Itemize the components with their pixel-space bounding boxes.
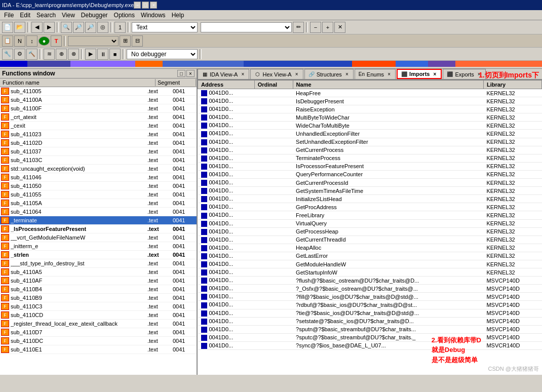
table-row[interactable]: 0041D0...SetUnhandledExceptionFilterKERN…	[198, 138, 542, 146]
table-row[interactable]: 0041D0...?fill@?$basic_ios@DU?$char_trai…	[198, 293, 542, 301]
close-window-button[interactable]: ×	[150, 2, 157, 9]
table-row[interactable]: 0041D0...?setstate@?$basic_ios@DU?$char_…	[198, 317, 542, 325]
table-row[interactable]: 0041D0...IsDebuggerPresentKERNEL32	[198, 97, 542, 105]
table-row[interactable]: 0041D0...GetCurrentProcessIdKERNEL32	[198, 179, 542, 187]
func-row[interactable]: F__vcrt_GetModuleFileNameW.text0041	[0, 233, 197, 242]
func-row[interactable]: Fsub_411037.text0041	[0, 147, 197, 156]
menu-view[interactable]: View	[59, 11, 78, 20]
table-row[interactable]: 0041D0...RaiseExceptionKERNEL32	[198, 105, 542, 113]
icon-btn-7[interactable]: ⊟	[132, 35, 143, 47]
menu-file[interactable]: File	[1, 11, 17, 20]
play-btn[interactable]: ▶	[85, 49, 96, 60]
back-button[interactable]: ◀	[31, 22, 43, 33]
menu-edit[interactable]: Edit	[17, 11, 33, 20]
func-row[interactable]: Fsub_4110E1.text0041	[0, 345, 197, 354]
func-row[interactable]: Fsub_4110D7.text0041	[0, 328, 197, 337]
stop-btn[interactable]: ■	[109, 49, 121, 60]
tab-enums[interactable]: En Enums ×	[355, 69, 396, 79]
func-row[interactable]: Fsub_411055.text0041	[0, 190, 197, 199]
icon-btn-1[interactable]: 📋	[2, 35, 13, 47]
func-row[interactable]: Fsub_4110A5.text0041	[0, 268, 197, 277]
table-row[interactable]: 0041D0...GetLastErrorKERNEL32	[198, 252, 542, 260]
minus-btn[interactable]: −	[310, 22, 321, 33]
menu-help[interactable]: Help	[169, 11, 187, 20]
menu-windows[interactable]: Windows	[138, 11, 169, 20]
func-row[interactable]: Fsub_4110B4.text0041	[0, 285, 197, 294]
tab-imports-close[interactable]: ×	[432, 71, 438, 77]
icon-btn-13[interactable]: ⊗	[68, 49, 79, 60]
table-row[interactable]: 0041D0...TerminateProcessKERNEL32	[198, 154, 542, 162]
table-row[interactable]: 0041D0...UnhandledExceptionFilterKERNEL3…	[198, 130, 542, 138]
func-row[interactable]: Fsub_41105A.text0041	[0, 199, 197, 208]
func-row[interactable]: Fsub_41102D.text0041	[0, 139, 197, 147]
table-row[interactable]: 0041D0...GetCurrentThreadIdKERNEL32	[198, 236, 542, 244]
tab-ida-view-close[interactable]: ×	[240, 71, 246, 77]
table-row[interactable]: 0041D0...VirtualQueryKERNEL32	[198, 219, 542, 227]
table-row[interactable]: 0041D0...MultiByteToWideCharKERNEL32	[198, 113, 542, 122]
func-row[interactable]: Fsub_41100F.text0041	[0, 104, 197, 113]
panel-close-btn[interactable]: ×	[186, 70, 195, 77]
func-row[interactable]: Fsub_411023.text0041	[0, 130, 197, 139]
table-row[interactable]: 0041D0...?rdbuf@?$basic_ios@DU?$char_tra…	[198, 301, 542, 309]
func-row[interactable]: F_register_thread_local_exe_atexit_callb…	[0, 320, 197, 328]
func-row[interactable]: Fsub_4110C3.text0041	[0, 302, 197, 311]
func-row[interactable]: Fsub_41103C.text0041	[0, 156, 197, 165]
panel-minimize-btn[interactable]: □	[177, 70, 185, 77]
search3-btn[interactable]: 🔎	[85, 22, 96, 33]
text-type-dropdown[interactable]: Text	[132, 22, 198, 32]
func-row[interactable]: F_terminate.text0041	[0, 216, 197, 225]
table-row[interactable]: 0041D0...GetSystemTimeAsFileTimeKERNEL32	[198, 187, 542, 195]
menu-options[interactable]: Options	[111, 11, 138, 20]
maximize-button[interactable]: □	[142, 2, 149, 9]
tab-hex-view[interactable]: ⬡ Hex View-A ×	[250, 69, 303, 79]
table-row[interactable]: 0041D0...GetProcAddressKERNEL32	[198, 203, 542, 211]
func-row[interactable]: Fsub_4110AF.text0041	[0, 277, 197, 285]
pattern-dropdown[interactable]	[68, 36, 119, 46]
table-row[interactable]: 0041D0...HeapAllocKERNEL32	[198, 244, 542, 252]
tab-structures-close[interactable]: ×	[344, 71, 350, 77]
table-row[interactable]: 0041D0...?sputn@?$basic_streambuf@DU?$ch…	[198, 325, 542, 333]
table-row[interactable]: 0041D0...QueryPerformanceCounterKERNEL32	[198, 170, 542, 178]
icon-btn-8[interactable]: 🔧	[2, 49, 13, 60]
icon-btn-9[interactable]: ⚙	[14, 49, 25, 60]
search2-btn[interactable]: 🔎	[73, 22, 84, 33]
tab-structures[interactable]: 🔗 Structures ×	[304, 69, 354, 79]
tab-ida-view[interactable]: ▦ IDA View-A ×	[198, 69, 249, 79]
tab-hex-view-close[interactable]: ×	[294, 71, 300, 77]
search-icon-btn[interactable]: 🔍	[61, 22, 72, 33]
table-row[interactable]: 0041D0...?sync@?$ios_base@DAE_L_U07...MS…	[198, 341, 542, 349]
table-row[interactable]: 0041D0...GetCurrentProcessKERNEL32	[198, 146, 542, 154]
func-row[interactable]: Fsub_4110CD.text0041	[0, 311, 197, 320]
func-row[interactable]: F_cexit.text0041	[0, 122, 197, 130]
tab-imports[interactable]: ⬛ Imports ×	[397, 69, 442, 79]
func-row[interactable]: F_strlen.text0041	[0, 251, 197, 259]
icon-btn-3[interactable]: ↕	[26, 35, 37, 47]
table-row[interactable]: 0041D0...FreeLibraryKERNEL32	[198, 211, 542, 219]
functions-list[interactable]: Fsub_411005.text0041Fsub_41100A.text0041…	[0, 87, 197, 375]
icon-btn-2[interactable]: N	[14, 35, 25, 47]
menu-search[interactable]: Search	[33, 11, 59, 20]
open-button[interactable]: 📂	[14, 22, 25, 33]
icon-btn-5[interactable]: T	[51, 35, 62, 47]
pencil-btn[interactable]: ✏	[293, 22, 304, 33]
func-row[interactable]: Fsub_411064.text0041	[0, 208, 197, 216]
icon-btn-10[interactable]: 🔨	[26, 49, 37, 60]
table-row[interactable]: 0041D0...IsProcessorFeaturePresentKERNEL…	[198, 162, 542, 170]
table-row[interactable]: 0041D0...InitializeSListHeadKERNEL32	[198, 195, 542, 203]
icon-btn-12[interactable]: ⊕	[56, 49, 67, 60]
table-row[interactable]: 0041D0...HeapFreeKERNEL32	[198, 89, 542, 97]
icon-btn-4[interactable]: ●	[38, 36, 50, 46]
table-row[interactable]: 0041D0...?sputc@?$basic_streambuf@DU?$ch…	[198, 333, 542, 341]
func-row[interactable]: F_IsProcessorFeaturePresent.text0041	[0, 225, 197, 233]
table-row[interactable]: 0041D0...GetModuleHandleWKERNEL32	[198, 260, 542, 268]
table-row[interactable]: 0041D0...?flush@?$basic_ostream@DU?$char…	[198, 277, 542, 285]
plus-btn[interactable]: +	[322, 22, 333, 33]
table-row[interactable]: 0041D0...WideCharToMultiByteKERNEL32	[198, 122, 542, 130]
icon-btn-6[interactable]: ⊞	[120, 35, 131, 47]
minimize-button[interactable]: −	[134, 2, 141, 9]
new-button[interactable]: 📄	[2, 22, 13, 33]
func-row[interactable]: Fsub_411046.text0041	[0, 173, 197, 182]
forward-button[interactable]: ▶	[44, 22, 55, 33]
num1-btn[interactable]: 1	[114, 22, 126, 33]
func-row[interactable]: Fstd::uncaught_exception(void).text0041	[0, 165, 197, 173]
